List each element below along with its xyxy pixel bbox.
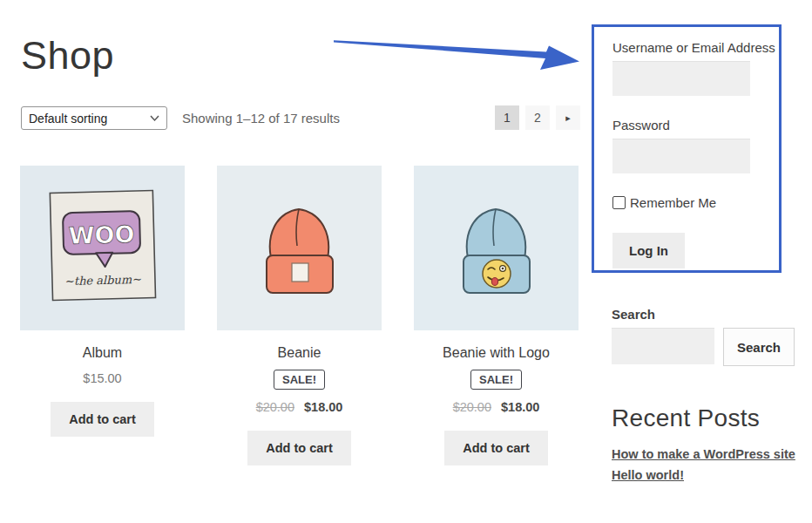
recent-post-link[interactable]: How to make a WordPress site [612,447,809,461]
product-old-price: $20.00 [453,400,491,414]
pagination: 1 2 ▸ [495,105,580,130]
album-caption-text: ~the album~ [64,273,142,288]
sale-badge: SALE! [470,370,522,390]
winking-emoji-patch [483,260,511,288]
recent-posts-widget: Recent Posts How to make a WordPress sit… [612,404,809,482]
sale-badge: SALE! [274,370,325,390]
product-price: $18.00 [304,400,342,414]
product-old-price: $20.00 [256,400,294,414]
username-label: Username or Email Address [612,40,750,55]
beanie-label-patch [292,263,308,282]
search-input[interactable] [612,328,714,364]
product-grid: WOO ~the album~ Album $15.00 Add to cart… [20,166,579,465]
add-to-cart-button[interactable]: Add to cart [247,431,351,465]
product-card-beanie-with-logo: Beanie with Logo SALE! $20.00$18.00 Add … [414,166,579,465]
recent-posts-title: Recent Posts [612,404,809,432]
beanie-product-image[interactable] [217,166,382,330]
recent-post-link[interactable]: Hello world! [612,468,809,482]
product-price-row: $15.00 [83,371,121,385]
password-label: Password [612,118,750,132]
product-card-album: WOO ~the album~ Album $15.00 Add to cart [20,166,185,465]
album-product-image[interactable]: WOO ~the album~ [20,166,185,330]
add-to-cart-button[interactable]: Add to cart [444,431,548,465]
album-bubble-text: WOO [68,221,134,249]
remember-me-label: Remember Me [630,195,716,210]
username-field[interactable] [612,61,750,96]
beanie-with-logo-product-image[interactable] [414,166,579,330]
product-card-beanie: Beanie SALE! $20.00$18.00 Add to cart [217,166,382,465]
remember-me-checkbox[interactable] [612,196,626,209]
results-count: Showing 1–12 of 17 results [182,111,340,126]
pagination-page-2[interactable]: 2 [525,105,550,130]
shop-page: Shop Default sorting Showing 1–12 of 17 … [0,0,812,523]
add-to-cart-button[interactable]: Add to cart [51,402,154,437]
password-field[interactable] [612,139,750,173]
search-button[interactable]: Search [723,328,795,366]
product-price-row: $20.00$18.00 [453,400,540,414]
login-widget: Username or Email Address Password Remem… [612,40,750,268]
search-widget-title: Search [612,307,795,322]
product-price-row: $20.00$18.00 [256,400,343,414]
page-title: Shop [21,33,114,78]
pagination-next-button[interactable]: ▸ [556,105,580,130]
search-widget: Search Search [612,307,795,366]
product-title[interactable]: Beanie [278,345,321,361]
product-title[interactable]: Album [83,345,122,361]
sorting-dropdown-wrap: Default sorting [21,106,167,130]
log-in-button[interactable]: Log In [612,233,685,268]
product-title[interactable]: Beanie with Logo [443,345,550,361]
product-price: $15.00 [83,371,121,385]
sorting-dropdown[interactable]: Default sorting [21,106,167,130]
product-price: $18.00 [501,400,539,414]
pagination-page-1[interactable]: 1 [495,105,519,130]
